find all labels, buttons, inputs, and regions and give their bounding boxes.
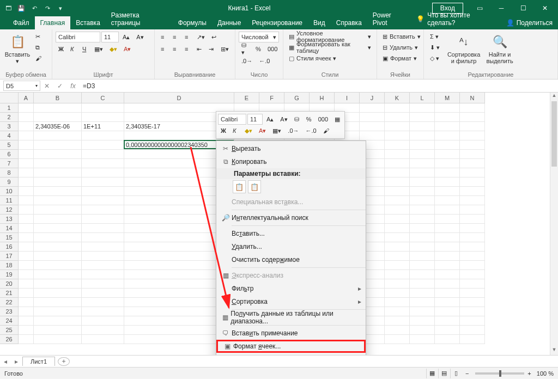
cell-K22[interactable] [385, 298, 410, 307]
cell-K7[interactable] [385, 159, 410, 168]
cell-L4[interactable] [410, 131, 435, 140]
cell-C13[interactable] [82, 215, 124, 224]
cell-L26[interactable] [410, 335, 435, 344]
format-as-table-button[interactable]: ▦Форматировать как таблицу ▾ [287, 42, 373, 53]
row-header-5[interactable]: 5 [0, 140, 19, 150]
decrease-indent-icon[interactable]: ⇤ [194, 44, 205, 54]
cell-A20[interactable] [19, 279, 34, 289]
fill-icon[interactable]: ⬇ ▾ [427, 42, 442, 53]
col-header-M[interactable]: M [435, 93, 460, 103]
cell-N26[interactable] [460, 335, 485, 344]
cell-A8[interactable] [19, 168, 34, 177]
cell-C18[interactable] [82, 261, 124, 270]
name-box[interactable]: D5▾ [3, 81, 40, 91]
tell-me-input[interactable]: 💡Что вы хотите сделать? [411, 9, 500, 29]
cell-L1[interactable] [410, 103, 435, 113]
cell-N24[interactable] [460, 316, 485, 326]
row-header-26[interactable]: 26 [0, 335, 19, 344]
cell-A2[interactable] [19, 113, 34, 122]
cell-N1[interactable] [460, 103, 485, 113]
cell-A22[interactable] [19, 298, 34, 307]
cell-N9[interactable] [460, 177, 485, 187]
copy-icon[interactable]: ⧉ [33, 42, 44, 53]
cell-A6[interactable] [19, 150, 34, 159]
scroll-thumb[interactable] [551, 101, 557, 167]
cell-A21[interactable] [19, 289, 34, 298]
cell-A5[interactable] [19, 140, 34, 150]
cell-M5[interactable] [435, 140, 460, 150]
col-header-D[interactable]: D [124, 93, 234, 103]
align-right-icon[interactable]: ≡ [182, 44, 193, 54]
row-header-13[interactable]: 13 [0, 215, 19, 224]
sheet-nav-next[interactable]: ▸ [11, 358, 22, 365]
col-header-F[interactable]: F [259, 93, 284, 103]
share-button[interactable]: 👤Поделиться [501, 16, 558, 29]
cell-N18[interactable] [460, 261, 485, 270]
row-header-16[interactable]: 16 [0, 242, 19, 252]
cell-A26[interactable] [19, 335, 34, 344]
font-color-icon[interactable]: A▾ [256, 125, 269, 136]
cell-C24[interactable] [82, 316, 124, 326]
bold-button[interactable]: Ж [218, 125, 229, 136]
cell-B6[interactable] [34, 150, 82, 159]
cell-M11[interactable] [435, 196, 460, 205]
cell-M13[interactable] [435, 215, 460, 224]
cell-M7[interactable] [435, 159, 460, 168]
cell-A19[interactable] [19, 270, 34, 279]
cell-M6[interactable] [435, 150, 460, 159]
row-header-21[interactable]: 21 [0, 289, 19, 298]
cell-M1[interactable] [435, 103, 460, 113]
cell-M25[interactable] [435, 326, 460, 335]
cell-K10[interactable] [385, 187, 410, 196]
row-header-6[interactable]: 6 [0, 150, 19, 159]
col-header-A[interactable]: A [19, 93, 34, 103]
cell-A9[interactable] [19, 177, 34, 187]
cell-N15[interactable] [460, 233, 485, 242]
cell-M26[interactable] [435, 335, 460, 344]
mini-size-dropdown[interactable]: 11 [247, 114, 263, 125]
cell-A3[interactable] [19, 122, 34, 131]
increase-font-icon[interactable]: A▴ [120, 32, 132, 42]
tab-view[interactable]: Вид [308, 16, 331, 29]
align-left-icon[interactable]: ≡ [158, 44, 169, 54]
row-header-11[interactable]: 11 [0, 196, 19, 205]
autosum-icon[interactable]: Σ ▾ [427, 31, 442, 42]
cell-N21[interactable] [460, 289, 485, 298]
percent-icon[interactable]: % [253, 44, 264, 54]
cell-N16[interactable] [460, 242, 485, 252]
cell-B15[interactable] [34, 233, 82, 242]
cell-N5[interactable] [460, 140, 485, 150]
cell-B11[interactable] [34, 196, 82, 205]
cell-N12[interactable] [460, 205, 485, 215]
maximize-icon[interactable]: ☐ [512, 1, 534, 16]
tab-home[interactable]: Главная [35, 16, 71, 29]
cell-L12[interactable] [410, 205, 435, 215]
cell-K18[interactable] [385, 261, 410, 270]
cell-M14[interactable] [435, 224, 460, 233]
cell-M21[interactable] [435, 289, 460, 298]
paste-button[interactable]: 📋 Вставить▾ [3, 31, 32, 67]
orientation-icon[interactable]: ↗▾ [194, 32, 208, 42]
cell-A14[interactable] [19, 224, 34, 233]
row-header-24[interactable]: 24 [0, 316, 19, 326]
currency-icon[interactable]: ⛁ [292, 114, 302, 125]
comma-icon[interactable]: 000 [265, 44, 280, 54]
select-all-triangle[interactable] [0, 93, 19, 103]
decrease-font-icon[interactable]: A▾ [134, 32, 146, 42]
cell-K1[interactable] [385, 103, 410, 113]
paste-option-default[interactable]: 📋 [233, 180, 246, 193]
cell-C8[interactable] [82, 168, 124, 177]
border-icon[interactable]: ▦ [332, 114, 343, 125]
cell-K20[interactable] [385, 279, 410, 289]
font-name-dropdown[interactable]: Calibri [56, 32, 100, 42]
cell-K14[interactable] [385, 224, 410, 233]
cell-A4[interactable] [19, 131, 34, 140]
tab-file[interactable]: Файл [8, 16, 35, 29]
cell-N7[interactable] [460, 159, 485, 168]
row-header-9[interactable]: 9 [0, 177, 19, 187]
mini-font-dropdown[interactable]: Calibri [218, 114, 246, 125]
cell-K11[interactable] [385, 196, 410, 205]
ctx-delete[interactable]: Удалить... [216, 240, 366, 253]
cell-N14[interactable] [460, 224, 485, 233]
zoom-slider[interactable] [475, 372, 524, 375]
